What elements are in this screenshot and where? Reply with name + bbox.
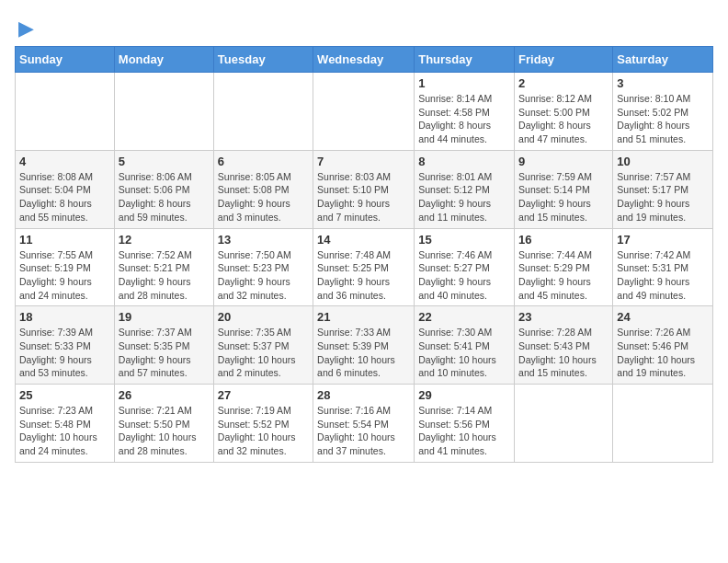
day-info: Sunrise: 7:39 AM Sunset: 5:33 PM Dayligh… xyxy=(19,326,110,380)
calendar-cell xyxy=(16,73,115,151)
day-info: Sunrise: 7:59 AM Sunset: 5:14 PM Dayligh… xyxy=(518,170,609,224)
calendar-cell: 21Sunrise: 7:33 AM Sunset: 5:39 PM Dayli… xyxy=(313,306,415,385)
calendar-cell: 24Sunrise: 7:26 AM Sunset: 5:46 PM Dayli… xyxy=(613,306,713,385)
day-number: 7 xyxy=(317,155,410,168)
day-info: Sunrise: 8:03 AM Sunset: 5:10 PM Dayligh… xyxy=(317,170,410,224)
day-number: 9 xyxy=(518,155,609,168)
day-info: Sunrise: 7:16 AM Sunset: 5:54 PM Dayligh… xyxy=(317,404,410,458)
day-number: 6 xyxy=(218,155,309,168)
calendar-cell: 2Sunrise: 8:12 AM Sunset: 5:00 PM Daylig… xyxy=(515,73,613,151)
calendar-cell xyxy=(114,73,213,151)
day-info: Sunrise: 7:37 AM Sunset: 5:35 PM Dayligh… xyxy=(119,326,210,380)
day-number: 15 xyxy=(418,233,510,247)
day-info: Sunrise: 8:14 AM Sunset: 4:58 PM Dayligh… xyxy=(418,92,510,146)
day-number: 10 xyxy=(617,155,709,168)
calendar-cell: 28Sunrise: 7:16 AM Sunset: 5:54 PM Dayli… xyxy=(313,385,415,463)
day-number: 18 xyxy=(19,310,110,324)
calendar-cell: 5Sunrise: 8:06 AM Sunset: 5:06 PM Daylig… xyxy=(114,150,213,228)
day-info: Sunrise: 8:01 AM Sunset: 5:12 PM Dayligh… xyxy=(418,170,510,224)
day-info: Sunrise: 7:19 AM Sunset: 5:52 PM Dayligh… xyxy=(218,404,309,458)
day-number: 23 xyxy=(518,310,609,324)
calendar-table: SundayMondayTuesdayWednesdayThursdayFrid… xyxy=(15,46,713,463)
calendar-cell xyxy=(313,73,415,151)
day-number: 24 xyxy=(617,310,709,324)
day-number: 22 xyxy=(418,310,510,324)
day-info: Sunrise: 8:10 AM Sunset: 5:02 PM Dayligh… xyxy=(617,92,709,146)
day-number: 26 xyxy=(119,388,210,402)
day-number: 3 xyxy=(617,76,709,90)
day-number: 16 xyxy=(518,233,609,247)
calendar-cell: 10Sunrise: 7:57 AM Sunset: 5:17 PM Dayli… xyxy=(613,150,713,228)
day-number: 4 xyxy=(19,155,110,168)
day-info: Sunrise: 8:12 AM Sunset: 5:00 PM Dayligh… xyxy=(518,92,609,146)
calendar-cell: 4Sunrise: 8:08 AM Sunset: 5:04 PM Daylig… xyxy=(16,150,115,228)
calendar-cell: 26Sunrise: 7:21 AM Sunset: 5:50 PM Dayli… xyxy=(114,385,213,463)
calendar-cell xyxy=(613,385,713,463)
day-info: Sunrise: 7:26 AM Sunset: 5:46 PM Dayligh… xyxy=(617,326,709,380)
calendar-cell: 17Sunrise: 7:42 AM Sunset: 5:31 PM Dayli… xyxy=(613,228,713,306)
calendar-cell: 6Sunrise: 8:05 AM Sunset: 5:08 PM Daylig… xyxy=(213,150,313,228)
calendar-cell: 19Sunrise: 7:37 AM Sunset: 5:35 PM Dayli… xyxy=(114,306,213,385)
calendar-cell: 18Sunrise: 7:39 AM Sunset: 5:33 PM Dayli… xyxy=(16,306,115,385)
calendar-cell xyxy=(515,385,613,463)
day-info: Sunrise: 8:08 AM Sunset: 5:04 PM Dayligh… xyxy=(19,170,110,224)
calendar-cell: 22Sunrise: 7:30 AM Sunset: 5:41 PM Dayli… xyxy=(415,306,515,385)
calendar-cell: 23Sunrise: 7:28 AM Sunset: 5:43 PM Dayli… xyxy=(515,306,613,385)
weekday-header: Tuesday xyxy=(213,47,313,73)
calendar-cell: 7Sunrise: 8:03 AM Sunset: 5:10 PM Daylig… xyxy=(313,150,415,228)
weekday-header: Sunday xyxy=(16,47,115,73)
day-number: 13 xyxy=(218,233,309,247)
day-number: 29 xyxy=(418,388,510,402)
calendar-cell: 27Sunrise: 7:19 AM Sunset: 5:52 PM Dayli… xyxy=(213,385,313,463)
calendar-cell xyxy=(213,73,313,151)
weekday-header: Saturday xyxy=(613,47,713,73)
day-info: Sunrise: 7:48 AM Sunset: 5:25 PM Dayligh… xyxy=(317,248,410,303)
day-info: Sunrise: 7:23 AM Sunset: 5:48 PM Dayligh… xyxy=(19,404,110,458)
day-number: 20 xyxy=(218,310,309,324)
calendar-cell: 3Sunrise: 8:10 AM Sunset: 5:02 PM Daylig… xyxy=(613,73,713,151)
day-number: 12 xyxy=(119,233,210,247)
day-number: 2 xyxy=(518,76,609,90)
logo-icon: ▶ xyxy=(18,17,34,40)
calendar-cell: 11Sunrise: 7:55 AM Sunset: 5:19 PM Dayli… xyxy=(16,228,115,306)
day-info: Sunrise: 7:28 AM Sunset: 5:43 PM Dayligh… xyxy=(518,326,609,380)
calendar-cell: 1Sunrise: 8:14 AM Sunset: 4:58 PM Daylig… xyxy=(415,73,515,151)
day-info: Sunrise: 8:06 AM Sunset: 5:06 PM Dayligh… xyxy=(119,170,210,224)
day-info: Sunrise: 7:44 AM Sunset: 5:29 PM Dayligh… xyxy=(518,248,609,303)
day-number: 25 xyxy=(19,388,110,402)
calendar-cell: 8Sunrise: 8:01 AM Sunset: 5:12 PM Daylig… xyxy=(415,150,515,228)
day-number: 11 xyxy=(19,233,110,247)
day-info: Sunrise: 7:42 AM Sunset: 5:31 PM Dayligh… xyxy=(617,248,709,303)
day-number: 1 xyxy=(418,76,510,90)
weekday-header: Monday xyxy=(114,47,213,73)
calendar-cell: 29Sunrise: 7:14 AM Sunset: 5:56 PM Dayli… xyxy=(415,385,515,463)
calendar-cell: 16Sunrise: 7:44 AM Sunset: 5:29 PM Dayli… xyxy=(515,228,613,306)
day-info: Sunrise: 7:50 AM Sunset: 5:23 PM Dayligh… xyxy=(218,248,309,303)
day-number: 19 xyxy=(119,310,210,324)
day-number: 21 xyxy=(317,310,410,324)
day-number: 17 xyxy=(617,233,709,247)
day-number: 27 xyxy=(218,388,309,402)
logo: ▶ xyxy=(15,15,34,40)
day-number: 8 xyxy=(418,155,510,168)
weekday-header: Wednesday xyxy=(313,47,415,73)
day-info: Sunrise: 7:14 AM Sunset: 5:56 PM Dayligh… xyxy=(418,404,510,458)
day-info: Sunrise: 7:30 AM Sunset: 5:41 PM Dayligh… xyxy=(418,326,510,380)
calendar-cell: 12Sunrise: 7:52 AM Sunset: 5:21 PM Dayli… xyxy=(114,228,213,306)
day-info: Sunrise: 7:35 AM Sunset: 5:37 PM Dayligh… xyxy=(218,326,309,380)
day-number: 14 xyxy=(317,233,410,247)
weekday-header: Friday xyxy=(515,47,613,73)
day-info: Sunrise: 7:57 AM Sunset: 5:17 PM Dayligh… xyxy=(617,170,709,224)
calendar-cell: 20Sunrise: 7:35 AM Sunset: 5:37 PM Dayli… xyxy=(213,306,313,385)
day-info: Sunrise: 7:55 AM Sunset: 5:19 PM Dayligh… xyxy=(19,248,110,303)
weekday-header: Thursday xyxy=(415,47,515,73)
calendar-cell: 14Sunrise: 7:48 AM Sunset: 5:25 PM Dayli… xyxy=(313,228,415,306)
day-info: Sunrise: 7:21 AM Sunset: 5:50 PM Dayligh… xyxy=(119,404,210,458)
day-info: Sunrise: 7:52 AM Sunset: 5:21 PM Dayligh… xyxy=(119,248,210,303)
calendar-cell: 15Sunrise: 7:46 AM Sunset: 5:27 PM Dayli… xyxy=(415,228,515,306)
calendar-cell: 25Sunrise: 7:23 AM Sunset: 5:48 PM Dayli… xyxy=(16,385,115,463)
day-info: Sunrise: 7:46 AM Sunset: 5:27 PM Dayligh… xyxy=(418,248,510,303)
day-number: 28 xyxy=(317,388,410,402)
day-info: Sunrise: 7:33 AM Sunset: 5:39 PM Dayligh… xyxy=(317,326,410,380)
calendar-cell: 13Sunrise: 7:50 AM Sunset: 5:23 PM Dayli… xyxy=(213,228,313,306)
